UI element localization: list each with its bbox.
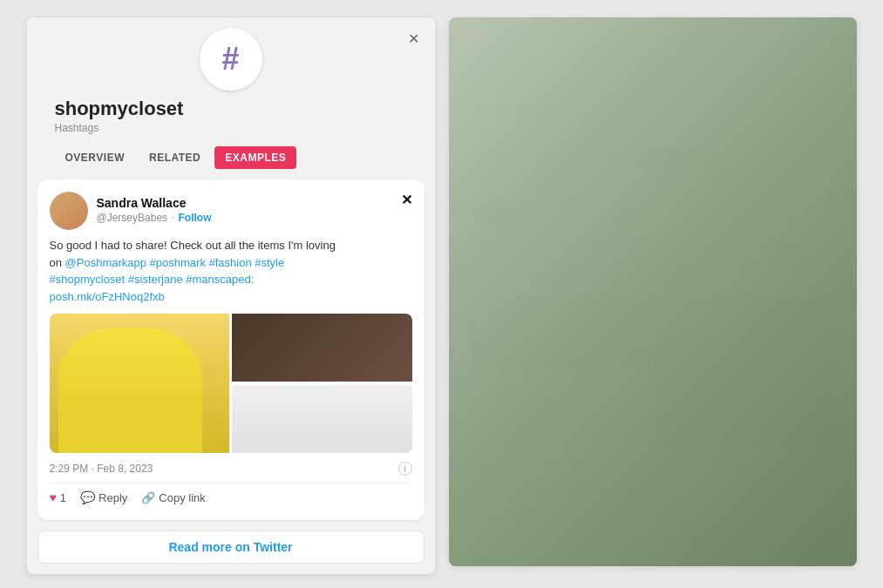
tweet-1-link-poshmark[interactable]: @Poshmarkapp #poshmark #fashion #style [65,256,285,269]
heart-button-1[interactable]: ♥ 1 [50,490,67,504]
tweet-1-actions: ♥ 1 💬 Reply 🔗 Copy link [50,483,412,508]
heart-count-1: 1 [60,491,66,504]
tweet-2-images [472,297,834,445]
tweet-1-timestamp: 2:29 PM · Feb 8, 2023 i [50,462,412,476]
tweet-1-header: Sandra Wallace @JerseyBabes · Follow ✕ [50,192,412,230]
tweet-img-fashion-right [654,297,834,445]
tab-examples-1[interactable]: EXAMPLES [214,146,296,169]
panel-handmade: # ✕ handmade Hashtags OVERVIEW RELATED E… [449,17,857,566]
copy-link-label-1: Copy link [159,491,205,504]
panel-1-nav: OVERVIEW RELATED EXAMPLES [41,141,421,169]
link-icon-1: 🔗 [141,491,155,504]
avatar-img-1 [50,192,88,230]
user-info-1: Sandra Wallace @JerseyBabes · Follow [97,196,212,226]
tab-related-1[interactable]: RELATED [139,146,211,169]
tweet-1-url[interactable]: posh.mk/oFzHNoq2fxb [50,290,165,303]
panel-1-title: shopmycloset [41,98,421,120]
tweet-img-dress [232,385,412,453]
heart-icon-1: ♥ [50,490,57,504]
tweet-1-user: Sandra Wallace @JerseyBabes · Follow [50,192,212,230]
avatar-1 [50,192,88,230]
tweet-1-images [50,314,412,453]
panels-container: # ✕ shopmycloset Hashtags OVERVIEW RELAT… [0,0,883,588]
copy-link-button-1[interactable]: 🔗 Copy link [141,491,205,504]
reply-icon-1: 💬 [80,490,95,504]
close-button-1[interactable]: ✕ [404,28,425,49]
reply-label-1: Reply [98,491,127,504]
close-icon-1: ✕ [408,30,419,47]
user-handle-1: @JerseyBabes [97,212,168,224]
hashtag-icon-1: # [221,41,239,78]
tweet-img-yellow-outfit [50,314,230,453]
panel-1-subtitle: Hashtags [41,120,421,141]
panel-1-header: # ✕ shopmycloset Hashtags OVERVIEW RELAT… [27,17,435,169]
twitter-x-icon-1: ✕ [401,192,412,208]
read-more-button-1[interactable]: Read more on Twitter [37,531,425,564]
panel-shopmycloset: # ✕ shopmycloset Hashtags OVERVIEW RELAT… [27,17,435,574]
tweet-card-2: Soft Knits @SuperSoftKnits · Follow ✕ #K… [459,179,846,512]
tweet-img-bag [232,314,412,382]
reply-button-1[interactable]: 💬 Reply [80,490,127,504]
user-handle-row-1: @JerseyBabes · Follow [97,210,212,226]
panel-1-logo: # [200,28,262,91]
tweet-1-text: So good I had to share! Check out all th… [50,237,412,305]
tweet-1-hashtags[interactable]: #shopmycloset #sisterjane #manscaped: [50,273,255,286]
user-name-1: Sandra Wallace [97,196,212,210]
info-icon-1[interactable]: i [398,462,412,476]
tweet-card-1: Sandra Wallace @JerseyBabes · Follow ✕ S… [37,179,425,520]
follow-button-1[interactable]: Follow [179,212,212,224]
tab-overview-1[interactable]: OVERVIEW [55,146,135,169]
